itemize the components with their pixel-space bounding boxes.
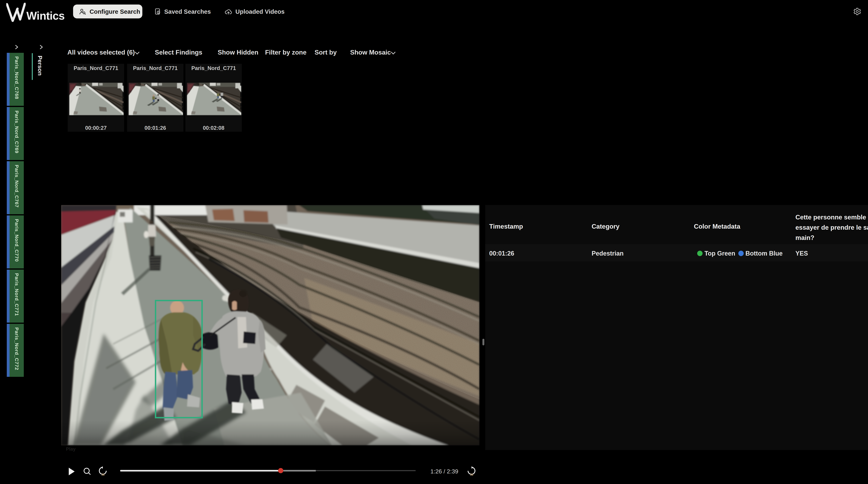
svg-text:30: 30 (101, 473, 104, 476)
svg-text:30: 30 (470, 473, 473, 476)
